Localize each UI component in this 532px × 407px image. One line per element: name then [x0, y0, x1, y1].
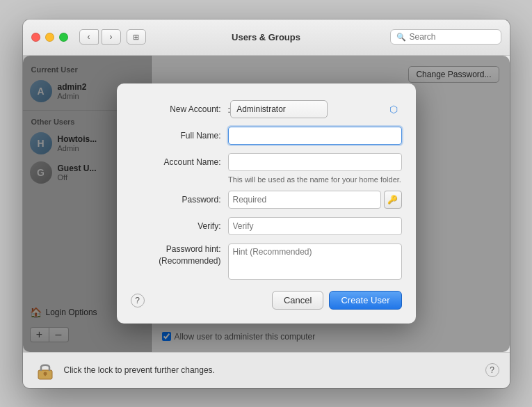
- password-hint-row: Password hint: (Recommended): [131, 244, 402, 280]
- grid-button[interactable]: ⊞: [127, 29, 146, 45]
- forward-button[interactable]: ›: [102, 29, 121, 45]
- bottom-bar: Click the lock to prevent further change…: [23, 352, 510, 388]
- minimize-button[interactable]: [45, 33, 54, 42]
- password-row: Password: 🔑: [131, 191, 402, 209]
- maximize-button[interactable]: [59, 33, 68, 42]
- password-label: Password:: [131, 195, 228, 205]
- main-window: ‹ › ⊞ Users & Groups 🔍 Current User A ad…: [23, 19, 510, 388]
- password-hint-input[interactable]: [228, 244, 402, 280]
- key-button[interactable]: 🔑: [384, 191, 402, 209]
- verify-row: Verify:: [131, 217, 402, 235]
- bottom-help-button[interactable]: ?: [485, 363, 499, 377]
- svg-rect-2: [45, 374, 46, 376]
- lock-text: Click the lock to prevent further change…: [64, 365, 215, 375]
- modal-overlay: New Account:: Administrator Standard Man…: [23, 56, 510, 352]
- verify-label: Verify:: [131, 221, 228, 231]
- account-name-row: Account Name:: [131, 153, 402, 171]
- account-name-hint: This will be used as the name for your h…: [228, 175, 402, 184]
- full-name-input[interactable]: [228, 127, 402, 145]
- password-input[interactable]: [228, 191, 381, 209]
- account-name-input[interactable]: [228, 153, 402, 171]
- select-arrow-icon: ⬡: [389, 104, 398, 115]
- full-name-label: Full Name:: [131, 131, 228, 141]
- account-name-label: Account Name:: [131, 157, 228, 167]
- back-button[interactable]: ‹: [79, 29, 99, 45]
- full-name-row: Full Name:: [131, 127, 402, 145]
- modal-footer: ? Cancel Create User: [131, 291, 402, 310]
- new-account-row: New Account:: Administrator Standard Man…: [131, 100, 402, 118]
- new-account-modal: New Account:: Administrator Standard Man…: [117, 83, 416, 324]
- main-content: Current User A admin2 Admin Other Users …: [23, 56, 510, 352]
- modal-help-button[interactable]: ?: [131, 294, 145, 308]
- window-title: Users & Groups: [232, 32, 300, 42]
- account-type-select[interactable]: Administrator Standard Managed with Pare…: [230, 100, 328, 118]
- search-input[interactable]: [410, 32, 495, 42]
- password-field-group: 🔑: [228, 191, 402, 209]
- search-bar: 🔍: [390, 29, 501, 45]
- create-user-button[interactable]: Create User: [329, 291, 401, 310]
- nav-buttons: ‹ ›: [79, 29, 121, 45]
- account-type-wrapper: Administrator Standard Managed with Pare…: [230, 100, 401, 118]
- search-icon: 🔍: [396, 33, 406, 42]
- password-hint-label: Password hint: (Recommended): [131, 244, 228, 267]
- cancel-button[interactable]: Cancel: [272, 291, 323, 310]
- verify-input[interactable]: [228, 217, 402, 235]
- lock-icon: [35, 360, 55, 380]
- lock-icon-container[interactable]: [33, 358, 57, 382]
- traffic-lights: [31, 33, 68, 42]
- titlebar: ‹ › ⊞ Users & Groups 🔍: [23, 19, 510, 56]
- close-button[interactable]: [31, 33, 40, 42]
- new-account-label: New Account:: [131, 104, 228, 114]
- footer-buttons: Cancel Create User: [272, 291, 402, 310]
